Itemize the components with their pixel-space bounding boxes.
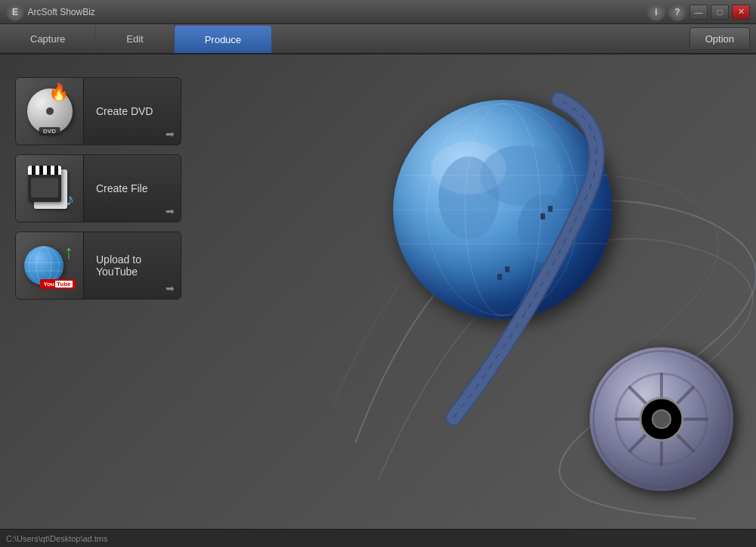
dvd-icon: DVD 🔥 [27,89,73,134]
title-bar: E ArcSoft ShowBiz i ? — □ ✕ [0,0,756,24]
status-bar: C:\Users\qt\Desktop\ad.tms [0,529,756,547]
upload-arrow-icon: ↑ [64,241,74,264]
left-panel: DVD 🔥 Create DVD ➡ [15,77,333,300]
file-icon: ♪ [25,166,74,211]
window-controls: i ? — □ ✕ [647,3,750,21]
create-file-card[interactable]: ♪ Create File ➡ [15,154,181,222]
status-path: C:\Users\qt\Desktop\ad.tms [6,534,108,543]
arrow-icon: ➡ [166,205,175,217]
create-dvd-label: Create DVD [84,105,181,117]
option-button[interactable]: Option [689,27,750,50]
svg-point-20 [652,410,671,428]
arrow-icon: ➡ [166,128,175,140]
user-label: E [12,7,18,17]
main-content: DVD 🔥 Create DVD ➡ [0,54,756,529]
app-title: ArcSoft ShowBiz [27,7,647,17]
film-reel [590,347,733,491]
svg-point-12 [431,141,507,194]
music-note-icon: ♪ [66,190,74,210]
close-button[interactable]: ✕ [732,5,750,20]
maximize-button[interactable]: □ [711,5,729,20]
create-file-label: Create File [84,182,181,194]
youtube-icon: ↑ YouTube [24,242,76,289]
upload-youtube-label: Upload to YouTube [84,253,181,278]
tab-capture[interactable]: Capture [0,24,96,53]
youtube-icon-area: ↑ YouTube [16,232,84,300]
help-button[interactable]: ? [668,3,686,21]
main-globe [393,100,612,319]
file-icon-area: ♪ [16,154,84,222]
info-button[interactable]: i [647,3,665,21]
user-icon[interactable]: E [6,3,24,21]
create-dvd-card[interactable]: DVD 🔥 Create DVD ➡ [15,77,181,145]
svg-point-6 [518,194,571,263]
minimize-button[interactable]: — [689,5,708,20]
upload-youtube-card[interactable]: ↑ YouTube Upload to YouTube ➡ [15,232,181,300]
svg-point-1 [29,247,59,284]
svg-point-0 [36,247,51,284]
decorative-graphic [318,54,756,529]
tab-produce[interactable]: Produce [175,26,272,53]
nav-bar: Capture Edit Produce Option [0,24,756,54]
dvd-icon-area: DVD 🔥 [16,77,84,145]
youtube-logo: YouTube [40,279,75,289]
tab-edit[interactable]: Edit [96,24,174,53]
arrow-icon: ➡ [166,282,175,294]
flame-icon: 🔥 [48,82,69,102]
